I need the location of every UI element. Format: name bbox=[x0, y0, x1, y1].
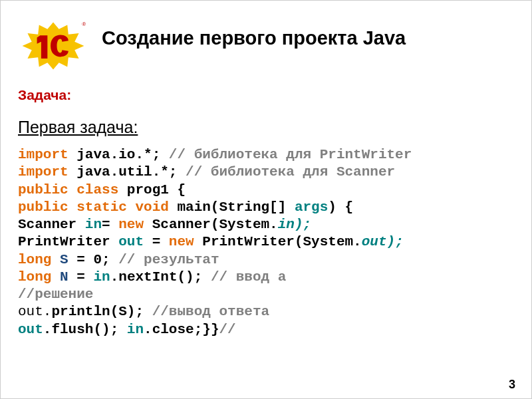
code-line-9: //решение bbox=[18, 287, 93, 302]
slide-title: Создание первого проекта Java bbox=[102, 27, 406, 49]
task-label: Задача: bbox=[18, 87, 518, 103]
code-block: import java.io.*; // библиотека для Prin… bbox=[18, 146, 518, 338]
slide: ® Создание первого проекта Java Задача: … bbox=[1, 1, 531, 398]
code-line-3: public class prog1 { bbox=[18, 182, 186, 198]
header: ® Создание первого проекта Java bbox=[14, 19, 518, 72]
code-line-2: import java.util.*; // библиотека для Sc… bbox=[18, 164, 395, 180]
trademark-symbol: ® bbox=[82, 21, 86, 27]
code-line-10: out.println(S); //вывод ответа bbox=[18, 304, 269, 319]
subtitle: Первая задача: bbox=[18, 118, 518, 137]
code-line-6: PrintWriter out = new PrintWriter(System… bbox=[18, 234, 404, 249]
code-line-7: long S = 0; // результат bbox=[18, 252, 219, 267]
code-line-5: Scanner in= new Scanner(System.in); bbox=[18, 217, 311, 232]
code-line-11: out.flush(); in.close;}}// bbox=[18, 322, 236, 337]
code-line-1: import java.io.*; // библиотека для Prin… bbox=[18, 147, 412, 162]
logo-1c: ® bbox=[14, 19, 92, 72]
code-line-4: public static void main(String[] args) { bbox=[18, 200, 353, 215]
code-line-8: long N = in.nextInt(); // ввод a bbox=[18, 269, 286, 285]
page-number: 3 bbox=[509, 378, 515, 392]
